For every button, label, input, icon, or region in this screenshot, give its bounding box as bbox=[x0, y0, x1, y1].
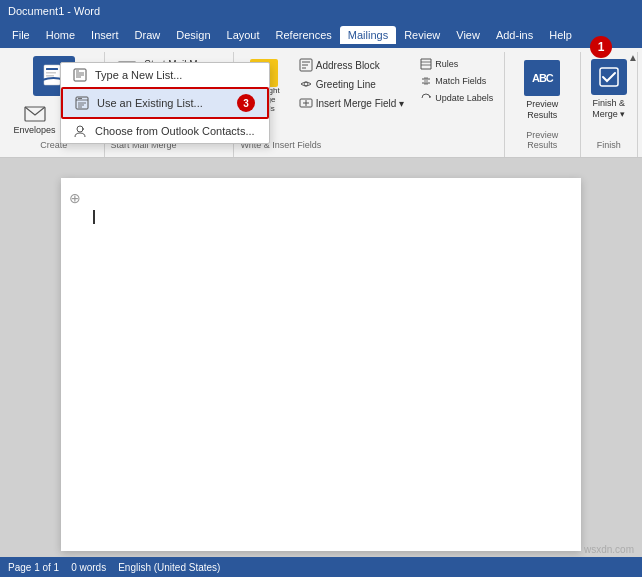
menu-help[interactable]: Help bbox=[541, 26, 580, 44]
language: English (United States) bbox=[118, 562, 220, 573]
menu-file[interactable]: File bbox=[4, 26, 38, 44]
match-fields-button[interactable]: Match Fields bbox=[415, 73, 498, 89]
badge-1: 1 bbox=[590, 36, 612, 58]
svg-rect-2 bbox=[46, 72, 56, 74]
type-new-list-label: Type a New List... bbox=[95, 69, 182, 81]
add-content-icon[interactable]: ⊕ bbox=[69, 190, 81, 206]
envelope-icon bbox=[24, 105, 46, 123]
use-existing-list-icon bbox=[75, 96, 89, 110]
choose-from-outlook-label: Choose from Outlook Contacts... bbox=[95, 125, 255, 137]
status-bar: Page 1 of 1 0 words English (United Stat… bbox=[0, 557, 642, 577]
menu-view[interactable]: View bbox=[448, 26, 488, 44]
menu-design[interactable]: Design bbox=[168, 26, 218, 44]
svg-point-17 bbox=[304, 82, 308, 86]
type-new-list-item[interactable]: Type a New List... bbox=[61, 63, 269, 87]
address-block-icon bbox=[299, 58, 313, 72]
ribbon-group-preview: ABC PreviewResults Preview Results bbox=[505, 52, 580, 157]
preview-results-label: PreviewResults bbox=[526, 99, 558, 121]
address-block-label: Address Block bbox=[316, 60, 380, 71]
use-existing-list-item[interactable]: Use an Existing List... 3 bbox=[61, 87, 269, 119]
menu-draw[interactable]: Draw bbox=[127, 26, 169, 44]
ribbon-group-finish: Finish &Merge ▾ Finish bbox=[581, 52, 638, 157]
choose-from-outlook-item[interactable]: Choose from Outlook Contacts... bbox=[61, 119, 269, 143]
rules-button[interactable]: Rules bbox=[415, 56, 498, 72]
menu-home[interactable]: Home bbox=[38, 26, 83, 44]
menu-references[interactable]: References bbox=[268, 26, 340, 44]
preview-group-label: Preview Results bbox=[511, 128, 573, 153]
choose-from-outlook-icon bbox=[73, 124, 87, 138]
title-text: Document1 - Word bbox=[8, 5, 100, 17]
update-labels-button[interactable]: Update Labels bbox=[415, 90, 498, 106]
menu-addins[interactable]: Add-ins bbox=[488, 26, 541, 44]
finish-group-label: Finish bbox=[597, 138, 621, 153]
text-cursor bbox=[93, 210, 95, 226]
watermark: wsxdn.com bbox=[584, 544, 634, 555]
use-existing-list-label: Use an Existing List... bbox=[97, 97, 203, 109]
rules-label: Rules bbox=[435, 59, 458, 69]
insert-merge-field-button[interactable]: Insert Merge Field ▾ bbox=[294, 94, 409, 112]
title-bar: Document1 - Word bbox=[0, 0, 642, 22]
menu-insert[interactable]: Insert bbox=[83, 26, 127, 44]
svg-rect-3 bbox=[46, 75, 54, 77]
finish-merge-button[interactable]: Finish &Merge ▾ bbox=[586, 56, 632, 138]
menu-bar: File Home Insert Draw Design Layout Refe… bbox=[0, 22, 642, 48]
document-page[interactable]: ⊕ bbox=[61, 178, 581, 551]
address-block-button[interactable]: Address Block bbox=[294, 56, 409, 74]
finish-merge-icon bbox=[591, 59, 627, 95]
update-labels-label: Update Labels bbox=[435, 93, 493, 103]
ribbon-group-write-insert: HighlightMerge Fields Address Block bbox=[234, 52, 505, 157]
greeting-line-label: Greeting Line bbox=[316, 79, 376, 90]
dropdown-menu: Type a New List... Use an Existing List.… bbox=[60, 62, 270, 144]
svg-rect-1 bbox=[46, 68, 58, 70]
match-fields-label: Match Fields bbox=[435, 76, 486, 86]
greeting-line-button[interactable]: Greeting Line bbox=[294, 75, 409, 93]
greeting-line-icon bbox=[299, 77, 313, 91]
finish-merge-label: Finish &Merge ▾ bbox=[592, 98, 625, 120]
ribbon-collapse-button[interactable]: ▲ bbox=[628, 52, 638, 63]
match-fields-icon bbox=[420, 75, 432, 87]
badge-3: 3 bbox=[237, 94, 255, 112]
menu-layout[interactable]: Layout bbox=[219, 26, 268, 44]
document-area: ⊕ bbox=[0, 158, 642, 571]
type-new-list-icon bbox=[73, 68, 87, 82]
preview-results-button[interactable]: ABC PreviewResults bbox=[516, 56, 568, 128]
page-info: Page 1 of 1 bbox=[8, 562, 59, 573]
preview-results-icon: ABC bbox=[524, 60, 560, 96]
update-labels-icon bbox=[420, 92, 432, 104]
menu-review[interactable]: Review bbox=[396, 26, 448, 44]
envelopes-button[interactable]: Envelopes bbox=[8, 102, 60, 138]
rules-icon bbox=[420, 58, 432, 70]
insert-merge-field-label: Insert Merge Field ▾ bbox=[316, 98, 404, 109]
menu-mailings[interactable]: Mailings bbox=[340, 26, 396, 44]
word-count: 0 words bbox=[71, 562, 106, 573]
envelopes-label: Envelopes bbox=[13, 125, 55, 135]
insert-merge-field-icon bbox=[299, 96, 313, 110]
